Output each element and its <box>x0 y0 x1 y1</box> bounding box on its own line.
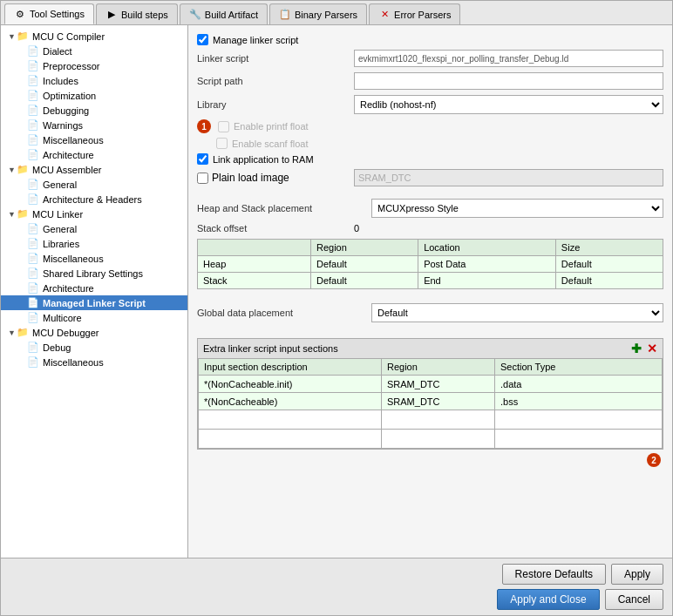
tree-label: MCU C Compiler <box>32 31 105 42</box>
tree-architecture-c[interactable]: 📄 Architecture <box>1 147 187 162</box>
tree-mcu-assembler[interactable]: ▼ 📁 MCU Assembler <box>1 162 187 177</box>
folder-icon: 📁 <box>17 208 29 220</box>
bottom-bar: Restore Defaults Apply Apply and Close C… <box>1 558 672 615</box>
spacer <box>18 47 27 56</box>
item-icon: 📄 <box>27 223 39 234</box>
row-size: Default <box>555 256 663 273</box>
extra-sections-header: Extra linker script input sections ✚ ✕ <box>198 339 663 358</box>
tree-panel: ▼ 📁 MCU C Compiler 📄 Dialect 📄 Preproces… <box>1 25 188 558</box>
item-icon: 📄 <box>27 297 39 308</box>
tree-miscellaneous-c[interactable]: 📄 Miscellaneous <box>1 132 187 147</box>
tree-debug[interactable]: 📄 Debug <box>1 340 187 355</box>
global-data-select[interactable]: Default SRAM_DTC SRAM_ITC SRAM_OC <box>371 303 663 322</box>
error-icon: ✕ <box>378 9 391 21</box>
item-icon: 📄 <box>27 179 39 190</box>
tree-warnings[interactable]: 📄 Warnings <box>1 118 187 132</box>
item-icon: 📄 <box>27 282 39 294</box>
tree-mcu-c-compiler[interactable]: ▼ 📁 MCU C Compiler <box>1 29 187 44</box>
tree-architecture-lnk[interactable]: 📄 Architecture <box>1 281 187 295</box>
tree-label: General <box>43 179 77 190</box>
row-location: Post Data <box>418 256 556 273</box>
tree-managed-linker[interactable]: 📄 Managed Linker Script <box>1 295 187 310</box>
item-icon: 📄 <box>27 45 39 57</box>
apply-close-cancel-row: Apply and Close Cancel <box>10 589 663 610</box>
extra-sections-table: Input section description Region Section… <box>198 358 663 449</box>
manage-linker-checkbox[interactable] <box>197 34 208 45</box>
item-icon: 📄 <box>27 75 39 86</box>
extra-table-row-empty[interactable] <box>199 410 663 430</box>
region-cell <box>382 430 495 449</box>
tree-optimization[interactable]: 📄 Optimization <box>1 88 187 103</box>
col-region-header: Region <box>382 359 495 376</box>
add-section-button[interactable]: ✚ <box>631 342 642 355</box>
plain-load-label: Plain load image <box>212 172 289 184</box>
plain-load-checkbox[interactable] <box>197 173 208 184</box>
item-icon: 📄 <box>27 238 39 249</box>
tree-debugging[interactable]: 📄 Debugging <box>1 103 187 118</box>
extra-table-header-row: Input section description Region Section… <box>199 359 663 376</box>
region-cell: SRAM_DTC <box>382 393 495 410</box>
tree-label: Multicore <box>43 313 82 323</box>
input-desc-cell: *(NonCacheable) <box>199 393 382 410</box>
expand-icon: ▼ <box>8 32 17 41</box>
extra-sections-buttons: ✚ ✕ <box>631 342 657 355</box>
script-path-label: Script path <box>197 76 354 86</box>
restore-defaults-button[interactable]: Restore Defaults <box>502 564 606 585</box>
col-input-desc-header: Input section description <box>199 359 382 376</box>
tree-preprocessor[interactable]: 📄 Preprocessor <box>1 58 187 73</box>
global-data-label: Global data placement <box>197 308 371 318</box>
tree-mcu-debugger[interactable]: ▼ 📁 MCU Debugger <box>1 325 187 340</box>
apply-and-close-button[interactable]: Apply and Close <box>497 589 599 610</box>
col-name-header <box>198 240 311 256</box>
library-row: Library Redlib (nohost-nf) Newlib (nohos… <box>197 95 663 114</box>
tab-build-steps[interactable]: ▶ Build steps <box>96 3 178 24</box>
tree-general-asm[interactable]: 📄 General <box>1 177 187 192</box>
tab-binary-parsers[interactable]: 📋 Binary Parsers <box>269 3 367 24</box>
library-select[interactable]: Redlib (nohost-nf) Newlib (nohost) Redli… <box>354 95 663 114</box>
item-icon: 📄 <box>27 90 39 101</box>
remove-section-button[interactable]: ✕ <box>647 342 657 355</box>
scanf-float-label: Enable scanf float <box>232 139 308 149</box>
tree-arch-headers[interactable]: 📄 Architecture & Headers <box>1 192 187 206</box>
restore-apply-row: Restore Defaults Apply <box>10 564 663 585</box>
tree-general-lnk[interactable]: 📄 General <box>1 221 187 236</box>
linker-script-input[interactable] <box>354 50 663 67</box>
tree-label: Miscellaneous <box>43 135 104 146</box>
extra-table-row-empty[interactable] <box>199 430 663 449</box>
col-type-header: Section Type <box>495 359 663 376</box>
tree-label: Libraries <box>43 239 79 249</box>
tree-libraries[interactable]: 📄 Libraries <box>1 236 187 251</box>
apply-button[interactable]: Apply <box>611 564 663 585</box>
tree-label: General <box>43 224 77 234</box>
type-cell: .data <box>495 376 663 393</box>
link-ram-row: Link application to RAM <box>197 153 663 165</box>
tree-includes[interactable]: 📄 Includes <box>1 73 187 88</box>
printf-float-checkbox <box>218 121 229 132</box>
parser-icon: 📋 <box>279 9 291 21</box>
col-size-header: Size <box>555 240 663 256</box>
item-icon: 📄 <box>27 267 39 279</box>
tree-dialect[interactable]: 📄 Dialect <box>1 44 187 58</box>
tree-miscellaneous-lnk[interactable]: 📄 Miscellaneous <box>1 251 187 266</box>
plain-load-input <box>354 169 663 186</box>
extra-table-row[interactable]: *(NonCacheable.init) SRAM_DTC .data <box>199 376 663 393</box>
link-ram-checkbox[interactable] <box>197 153 208 165</box>
extra-sections-container: Extra linker script input sections ✚ ✕ I… <box>197 338 663 450</box>
tree-mcu-linker[interactable]: ▼ 📁 MCU Linker <box>1 206 187 221</box>
heap-stack-select[interactable]: MCUXpresso Style Default Custom <box>371 199 663 218</box>
tab-tool-settings[interactable]: ⚙ Tool Settings <box>4 3 94 24</box>
badge-2: 2 <box>647 453 661 467</box>
type-cell <box>495 410 663 430</box>
region-cell: SRAM_DTC <box>382 376 495 393</box>
extra-table-row[interactable]: *(NonCacheable) SRAM_DTC .bss <box>199 393 663 410</box>
tree-miscellaneous-dbg[interactable]: 📄 Miscellaneous <box>1 355 187 369</box>
row-name: Stack <box>198 273 311 289</box>
tab-error-parsers[interactable]: ✕ Error Parsers <box>369 3 460 24</box>
row-region: Default <box>311 256 418 273</box>
tree-shared-library[interactable]: 📄 Shared Library Settings <box>1 266 187 281</box>
extra-sections-title: Extra linker script input sections <box>203 343 338 354</box>
script-path-input[interactable] <box>354 72 663 90</box>
tree-multicore[interactable]: 📄 Multicore <box>1 310 187 325</box>
tab-build-artifact[interactable]: 🔧 Build Artifact <box>180 3 268 24</box>
cancel-button[interactable]: Cancel <box>605 589 663 610</box>
